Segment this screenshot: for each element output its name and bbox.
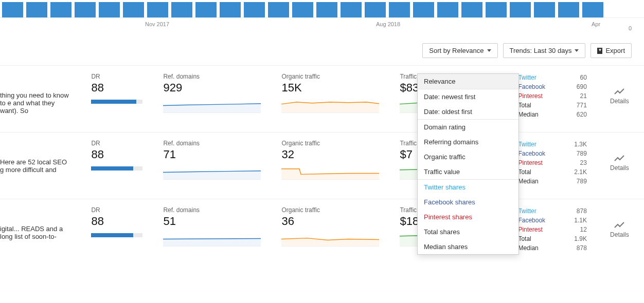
chart-x-axis: Nov 2017 Aug 2018 Apr 0	[0, 17, 644, 33]
stat-ref-domains: Ref. domains 929	[163, 73, 261, 120]
x-tick-apr: Apr	[592, 21, 600, 27]
sort-option-twitter-shares[interactable]: Twitter shares	[418, 179, 518, 195]
x-tick-nov: Nov 2017	[145, 21, 169, 27]
details-button[interactable]: Details	[607, 73, 632, 120]
sort-by-dropdown[interactable]: Relevance Date: newest first Date: oldes…	[417, 73, 519, 255]
details-label: Details	[610, 98, 629, 105]
trends-button[interactable]: Trends: Last 30 days	[503, 43, 586, 58]
stat-organic-traffic: Organic traffic 15K	[281, 73, 379, 120]
stat-dr: DR 88	[91, 73, 142, 120]
shares-block: Twitter60 Facebook690 Pinterest21 Total7…	[518, 73, 586, 120]
sort-option-facebook-shares[interactable]: Facebook shares	[418, 195, 518, 210]
sort-option-date-newest[interactable]: Date: newest first	[418, 89, 518, 104]
trends-label: Trends: Last 30 days	[510, 47, 572, 54]
sort-by-label: Sort by Relevance	[429, 47, 484, 54]
sort-option-relevance[interactable]: Relevance	[418, 74, 518, 89]
spark-traffic	[281, 100, 379, 113]
chevron-down-icon	[487, 49, 491, 52]
spark-ref	[163, 100, 261, 113]
file-download-icon	[597, 48, 602, 54]
result-description: igital... READS and a long list of soon-…	[0, 206, 70, 253]
details-button[interactable]: Details	[607, 140, 632, 186]
chevron-down-icon	[575, 49, 579, 52]
sort-by-button[interactable]: Sort by Relevance	[422, 43, 497, 58]
result-row: thing you need to know to e and what the…	[0, 65, 644, 132]
details-button[interactable]: Details	[607, 206, 632, 253]
result-description: Here are 52 local SEO g more difficult a…	[0, 140, 70, 186]
results-list: thing you need to know to e and what the…	[0, 65, 644, 266]
result-description: thing you need to know to e and what the…	[0, 73, 70, 120]
result-row: Here are 52 local SEO g more difficult a…	[0, 132, 644, 199]
sort-option-pinterest-shares[interactable]: Pinterest shares	[418, 210, 518, 224]
sort-option-total-shares[interactable]: Total shares	[418, 224, 518, 239]
y-zero-label: 0	[629, 25, 632, 31]
sort-option-domain-rating[interactable]: Domain rating	[418, 119, 518, 135]
details-trend-icon	[614, 88, 624, 96]
x-tick-aug: Aug 2018	[376, 21, 400, 27]
sort-option-date-oldest[interactable]: Date: oldest first	[418, 104, 518, 119]
sort-option-traffic-value[interactable]: Traffic value	[418, 164, 518, 179]
export-button[interactable]: Export	[591, 43, 632, 58]
results-toolbar: Sort by Relevance Trends: Last 30 days E…	[0, 33, 644, 65]
result-row: igital... READS and a long list of soon-…	[0, 199, 644, 266]
sort-option-referring-domains[interactable]: Referring domains	[418, 135, 518, 149]
sort-option-organic-traffic[interactable]: Organic traffic	[418, 149, 518, 164]
sort-option-median-shares[interactable]: Median shares	[418, 239, 518, 254]
timeline-bar-chart	[0, 0, 644, 17]
dr-progress	[91, 100, 142, 104]
bar-chart-bars	[0, 2, 603, 17]
export-label: Export	[605, 47, 625, 54]
